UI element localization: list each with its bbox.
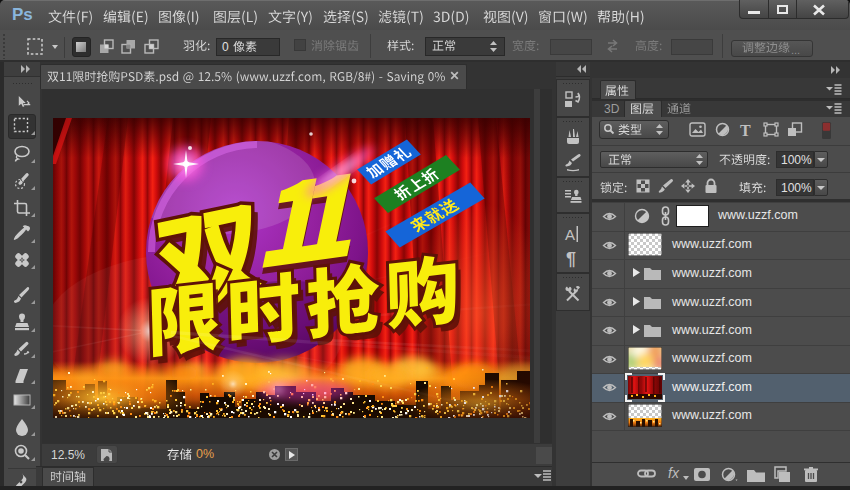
svg-text:T: T [740,122,751,139]
svg-text:¶: ¶ [566,249,576,269]
svg-text:A: A [565,226,575,243]
